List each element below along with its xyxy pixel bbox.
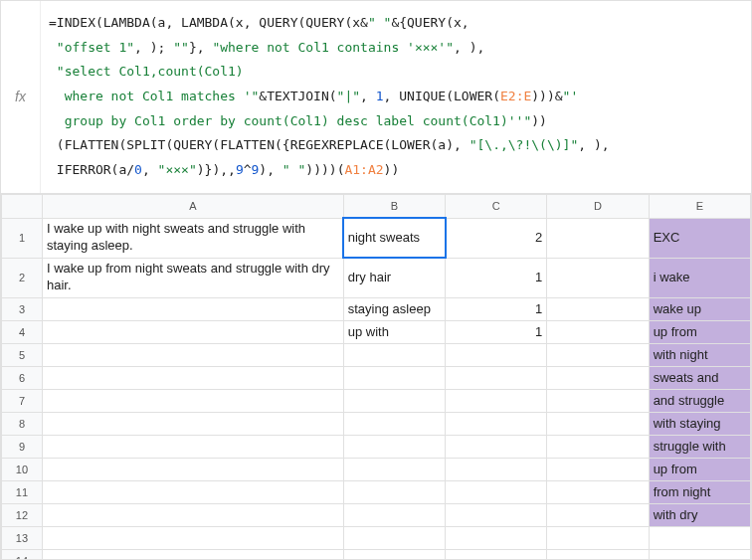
- row-header[interactable]: 11: [2, 480, 43, 503]
- cell-B3[interactable]: staying asleep: [343, 297, 445, 320]
- col-header-D[interactable]: D: [547, 194, 649, 218]
- formula-seg: group by Col1 order by count(Col1) desc …: [57, 113, 531, 128]
- col-header-E[interactable]: E: [649, 194, 750, 218]
- row-header[interactable]: 6: [2, 366, 43, 389]
- cell-C5[interactable]: [446, 343, 547, 366]
- cell-A5[interactable]: [42, 343, 343, 366]
- cell-B7[interactable]: [343, 389, 445, 412]
- table-row: 9struggle with: [2, 435, 751, 458]
- cell-A6[interactable]: [42, 366, 343, 389]
- row-header[interactable]: 3: [2, 297, 43, 320]
- cell-C4[interactable]: 1: [446, 320, 547, 343]
- cell-C9[interactable]: [446, 435, 547, 458]
- cell-E2[interactable]: i wake: [649, 258, 750, 297]
- cell-B10[interactable]: [343, 458, 445, 480]
- cell-E11[interactable]: from night: [649, 480, 750, 503]
- row-header[interactable]: 14: [2, 549, 43, 559]
- cell-E5[interactable]: with night: [649, 343, 750, 366]
- cell-C10[interactable]: [446, 458, 547, 480]
- formula-bar: fx =INDEX(LAMBDA(a, LAMBDA(x, QUERY(QUER…: [1, 1, 751, 194]
- cell-B5[interactable]: [343, 343, 445, 366]
- cell-C2[interactable]: 1: [446, 258, 547, 297]
- cell-A7[interactable]: [42, 389, 343, 412]
- col-header-B[interactable]: B: [343, 194, 445, 218]
- cell-E7[interactable]: and struggle: [649, 389, 750, 412]
- cell-B6[interactable]: [343, 366, 445, 389]
- cell-E4[interactable]: up from: [649, 320, 750, 343]
- cell-E6[interactable]: sweats and: [649, 366, 750, 389]
- cell-C7[interactable]: [446, 389, 547, 412]
- cell-A1[interactable]: I wake up with night sweats and struggle…: [42, 218, 343, 258]
- cell-C11[interactable]: [446, 480, 547, 503]
- table-row: 7and struggle: [2, 389, 751, 412]
- row-header[interactable]: 4: [2, 320, 43, 343]
- cell-B11[interactable]: [343, 480, 445, 503]
- cell-C3[interactable]: 1: [446, 297, 547, 320]
- row-header[interactable]: 9: [2, 435, 43, 458]
- cell-A8[interactable]: [42, 412, 343, 435]
- cell-D10[interactable]: [547, 458, 649, 480]
- cell-A10[interactable]: [42, 458, 343, 480]
- cell-B4[interactable]: up with: [343, 320, 445, 343]
- col-header-A[interactable]: A: [42, 194, 343, 218]
- row-header[interactable]: 5: [2, 343, 43, 366]
- table-row: 2I wake up from night sweats and struggl…: [2, 258, 751, 297]
- cell-B14[interactable]: [343, 549, 445, 559]
- cell-A4[interactable]: [42, 320, 343, 343]
- cell-C1[interactable]: 2: [446, 218, 547, 258]
- cell-D7[interactable]: [547, 389, 649, 412]
- cell-B8[interactable]: [343, 412, 445, 435]
- row-header[interactable]: 8: [2, 412, 43, 435]
- cell-E3[interactable]: wake up: [649, 297, 750, 320]
- col-header-C[interactable]: C: [446, 194, 547, 218]
- formula-input[interactable]: =INDEX(LAMBDA(a, LAMBDA(x, QUERY(QUERY(x…: [41, 1, 751, 193]
- cell-D13[interactable]: [547, 526, 649, 549]
- cell-D2[interactable]: [547, 258, 649, 297]
- cell-D8[interactable]: [547, 412, 649, 435]
- select-all-corner[interactable]: [2, 194, 43, 218]
- cell-C8[interactable]: [446, 412, 547, 435]
- cell-D5[interactable]: [547, 343, 649, 366]
- formula-seg: },: [189, 40, 212, 55]
- cell-A12[interactable]: [42, 503, 343, 526]
- cell-D6[interactable]: [547, 366, 649, 389]
- row-header[interactable]: 10: [2, 458, 43, 480]
- cell-B1[interactable]: night sweats: [343, 218, 445, 258]
- cell-D1[interactable]: [547, 218, 649, 258]
- spreadsheet-grid[interactable]: A B C D E 1I wake up with night sweats a…: [1, 194, 751, 559]
- cell-A3[interactable]: [42, 297, 343, 320]
- cell-E9[interactable]: struggle with: [649, 435, 750, 458]
- cell-B12[interactable]: [343, 503, 445, 526]
- cell-C6[interactable]: [446, 366, 547, 389]
- row-header[interactable]: 13: [2, 526, 43, 549]
- cell-E1[interactable]: EXC: [649, 218, 750, 258]
- cell-E8[interactable]: with staying: [649, 412, 750, 435]
- cell-B9[interactable]: [343, 435, 445, 458]
- cell-D14[interactable]: [547, 549, 649, 559]
- row-header[interactable]: 2: [2, 258, 43, 297]
- cell-D12[interactable]: [547, 503, 649, 526]
- cell-B13[interactable]: [343, 526, 445, 549]
- cell-A13[interactable]: [42, 526, 343, 549]
- row-header[interactable]: 12: [2, 503, 43, 526]
- formula-seg: "where not Col1 contains '×××'": [212, 40, 454, 55]
- cell-A2[interactable]: I wake up from night sweats and struggle…: [42, 258, 343, 297]
- cell-D4[interactable]: [547, 320, 649, 343]
- cell-C12[interactable]: [446, 503, 547, 526]
- cell-B2[interactable]: dry hair: [343, 258, 445, 297]
- cell-C14[interactable]: [446, 549, 547, 559]
- cell-A9[interactable]: [42, 435, 343, 458]
- cell-E13[interactable]: [649, 526, 750, 549]
- cell-D11[interactable]: [547, 480, 649, 503]
- cell-E14[interactable]: [649, 549, 750, 559]
- row-header[interactable]: 1: [2, 218, 43, 258]
- cell-C13[interactable]: [446, 526, 547, 549]
- cell-E12[interactable]: with dry: [649, 503, 750, 526]
- cell-D9[interactable]: [547, 435, 649, 458]
- cell-D3[interactable]: [547, 297, 649, 320]
- row-header[interactable]: 7: [2, 389, 43, 412]
- formula-seg: , );: [134, 40, 173, 55]
- cell-E10[interactable]: up from: [649, 458, 750, 480]
- cell-A14[interactable]: [42, 549, 343, 559]
- cell-A11[interactable]: [42, 480, 343, 503]
